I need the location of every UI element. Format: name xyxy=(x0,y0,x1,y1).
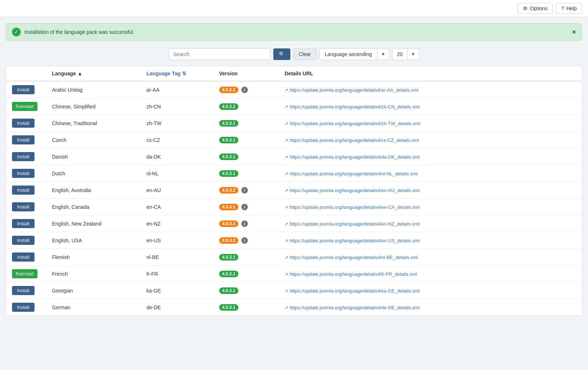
install-button[interactable]: Install xyxy=(12,303,35,312)
details-url-cell: ↗https://update.joomla.org/language/deta… xyxy=(279,232,582,249)
language-tag: fr-FR xyxy=(141,266,213,282)
page-size-label: 20 xyxy=(392,49,407,60)
alert-left: ✓ Installation of the language pack was … xyxy=(12,28,134,36)
version-cell: 4.0.3.1 xyxy=(213,148,279,165)
help-label: Help xyxy=(566,5,577,11)
page-size-dropdown-arrow[interactable]: ▼ xyxy=(407,49,419,59)
language-tag: nl-NL xyxy=(141,165,213,182)
col-header-tag[interactable]: Language Tag ⇅ xyxy=(141,66,213,81)
details-url-cell: ↗https://update.joomla.org/language/deta… xyxy=(279,98,582,115)
version-badge: 4.0.4.2 xyxy=(219,237,238,244)
help-button[interactable]: ? Help xyxy=(556,3,582,14)
alert-close-button[interactable]: × xyxy=(572,28,576,36)
language-name: English, USA xyxy=(46,232,141,249)
language-name: English, Canada xyxy=(46,199,141,215)
install-button[interactable]: Install xyxy=(12,202,35,211)
install-button[interactable]: Install xyxy=(12,85,35,94)
details-url-cell: ↗https://update.joomla.org/language/deta… xyxy=(279,115,582,132)
version-cell: 4.0.3.1 xyxy=(213,249,279,266)
install-button[interactable]: Install xyxy=(12,169,35,178)
language-sort-label: Language ▲ xyxy=(52,71,82,76)
search-button[interactable]: 🔍 xyxy=(273,48,290,60)
details-url-link[interactable]: ↗https://update.joomla.org/language/deta… xyxy=(285,238,420,243)
col-header-language[interactable]: Language ▲ xyxy=(46,66,141,81)
version-cell: 4.0.4.2i xyxy=(213,232,279,249)
options-button[interactable]: ⚙ Options xyxy=(517,3,553,14)
install-button[interactable]: Install xyxy=(12,236,35,245)
info-icon[interactable]: i xyxy=(241,87,248,93)
external-link-icon: ↗ xyxy=(285,138,288,143)
col-header-details: Details URL xyxy=(279,66,582,81)
table-row: InstallDutchnl-NL4.0.3.1↗https://update.… xyxy=(6,165,582,182)
table-row: InstallEnglish, Canadaen-CA4.0.4.1i↗http… xyxy=(6,199,582,215)
details-url-cell: ↗https://update.joomla.org/language/deta… xyxy=(279,81,582,98)
page-size-select: 20 ▼ xyxy=(392,48,419,60)
info-icon[interactable]: i xyxy=(241,187,248,194)
version-cell: 4.0.3.1 xyxy=(213,132,279,148)
language-tag: cs-CZ xyxy=(141,132,213,148)
install-button[interactable]: Install xyxy=(12,152,35,161)
table-row: InstallChinese, Traditionalzh-TW4.0.3.1↗… xyxy=(6,115,582,132)
reinstall-button[interactable]: Reinstall xyxy=(12,102,37,111)
language-tag: en-AU xyxy=(141,182,213,199)
success-alert: ✓ Installation of the language pack was … xyxy=(6,23,582,41)
search-input[interactable] xyxy=(169,48,270,60)
language-tag: en-US xyxy=(141,232,213,249)
details-url-link[interactable]: ↗https://update.joomla.org/language/deta… xyxy=(285,271,417,277)
info-icon[interactable]: i xyxy=(241,237,248,244)
version-badge: 4.0.3.1 xyxy=(219,287,238,294)
install-button[interactable]: Install xyxy=(12,119,35,128)
language-name: Danish xyxy=(46,148,141,165)
question-icon: ? xyxy=(561,5,564,11)
details-url-link[interactable]: ↗https://update.joomla.org/language/deta… xyxy=(285,87,418,93)
version-cell: 4.0.3.1 xyxy=(213,165,279,182)
top-bar: ⚙ Options ? Help xyxy=(0,0,588,17)
table-row: InstallGermande-DE4.0.3.1↗https://update… xyxy=(6,299,582,316)
options-label: Options xyxy=(530,5,547,11)
external-link-icon: ↗ xyxy=(285,222,288,227)
version-badge: 4.0.3.1 xyxy=(219,304,238,311)
details-url-cell: ↗https://update.joomla.org/language/deta… xyxy=(279,182,582,199)
details-url-link[interactable]: ↗https://update.joomla.org/language/deta… xyxy=(285,305,420,310)
version-cell: 4.0.3.1 xyxy=(213,299,279,316)
version-cell: 4.0.4.1i xyxy=(213,199,279,215)
details-url-link[interactable]: ↗https://update.joomla.org/language/deta… xyxy=(285,188,420,193)
sort-dropdown-arrow[interactable]: ▼ xyxy=(378,49,389,59)
details-url-link[interactable]: ↗https://update.joomla.org/language/deta… xyxy=(285,138,419,143)
details-url-link[interactable]: ↗https://update.joomla.org/language/deta… xyxy=(285,154,420,160)
install-button[interactable]: Install xyxy=(12,219,35,228)
language-name: Czech xyxy=(46,132,141,148)
language-tag: zh-CN xyxy=(141,98,213,115)
details-url-link[interactable]: ↗https://update.joomla.org/language/deta… xyxy=(285,104,420,110)
reinstall-button[interactable]: Reinstall xyxy=(12,269,37,278)
language-tag: ka-GE xyxy=(141,282,213,299)
clear-button[interactable]: Clear xyxy=(293,48,316,60)
language-name: Chinese, Traditional xyxy=(46,115,141,132)
details-url-cell: ↗https://update.joomla.org/language/deta… xyxy=(279,282,582,299)
info-icon[interactable]: i xyxy=(241,220,248,227)
table-header-row: Language ▲ Language Tag ⇅ Version Detail… xyxy=(6,66,582,81)
version-cell: 4.0.3.2 xyxy=(213,98,279,115)
details-url-link[interactable]: ↗https://update.joomla.org/language/deta… xyxy=(285,204,420,210)
install-button[interactable]: Install xyxy=(12,252,35,262)
install-button[interactable]: Install xyxy=(12,186,35,195)
gear-icon: ⚙ xyxy=(523,5,528,11)
install-button[interactable]: Install xyxy=(12,286,35,295)
details-url-cell: ↗https://update.joomla.org/language/deta… xyxy=(279,165,582,182)
table-row: InstallDanishda-DK4.0.3.1↗https://update… xyxy=(6,148,582,165)
language-tag: de-DE xyxy=(141,299,213,316)
version-cell: 4.0.3.1 xyxy=(213,115,279,132)
details-url-link[interactable]: ↗https://update.joomla.org/language/deta… xyxy=(285,221,419,227)
language-tag: en-CA xyxy=(141,199,213,215)
install-button[interactable]: Install xyxy=(12,135,35,144)
table-row: InstallEnglish, New Zealanden-NZ4.0.4.1i… xyxy=(6,215,582,232)
external-link-icon: ↗ xyxy=(285,255,288,260)
details-url-link[interactable]: ↗https://update.joomla.org/language/deta… xyxy=(285,288,420,294)
info-icon[interactable]: i xyxy=(241,204,248,210)
details-url-link[interactable]: ↗https://update.joomla.org/language/deta… xyxy=(285,171,418,176)
details-url-link[interactable]: ↗https://update.joomla.org/language/deta… xyxy=(285,255,418,260)
alert-message: Installation of the language pack was su… xyxy=(24,29,134,35)
external-link-icon: ↗ xyxy=(285,188,288,193)
details-url-cell: ↗https://update.joomla.org/language/deta… xyxy=(279,215,582,232)
details-url-link[interactable]: ↗https://update.joomla.org/language/deta… xyxy=(285,121,420,126)
